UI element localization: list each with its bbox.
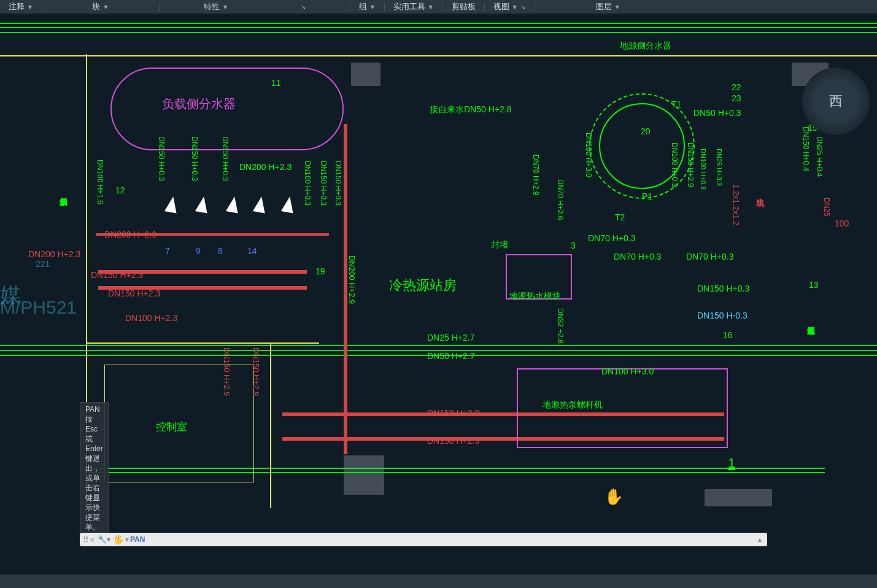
chevron-down-icon: ▼ bbox=[614, 4, 620, 10]
chevron-down-icon: ▼ bbox=[222, 4, 228, 10]
dialog-launcher-icon[interactable]: ↘ bbox=[301, 4, 306, 10]
hatch bbox=[705, 489, 772, 506]
ribbon-label: 实用工具 bbox=[393, 1, 425, 12]
cmdline-recent-icon[interactable]: ▴ bbox=[752, 535, 767, 544]
pipe-label: DN150 H+2.3 bbox=[91, 270, 143, 280]
tag: 19 bbox=[315, 266, 325, 276]
command-history: PAN 按 Esc 或 Enter 键退出，或单击右键显示快捷菜单。 bbox=[80, 402, 109, 533]
pipe-label: DN150 H+2.3 bbox=[108, 288, 160, 298]
pipe-label: DN150 H+2.9 bbox=[686, 142, 695, 187]
pipe-label: DN100 H+0.3 bbox=[700, 149, 707, 190]
pipe bbox=[0, 32, 877, 33]
command-line[interactable]: ⠿ × 🔧▾ 🖐 ▾ PAN ▴ bbox=[80, 533, 767, 546]
ribbon-panel-block[interactable]: 块 ▼ bbox=[42, 0, 159, 14]
label-t2: T2 bbox=[615, 212, 625, 222]
viewcube-face: 西 bbox=[829, 92, 843, 110]
hatch bbox=[344, 455, 384, 495]
faded-text: M/PH521 bbox=[0, 297, 77, 318]
ribbon-panel-layer[interactable]: 图层 ▼ bbox=[535, 0, 682, 14]
ribbon-panel-util[interactable]: 实用工具 ▼ bbox=[385, 0, 442, 14]
pipe-label: DN200 H+2.3 bbox=[239, 162, 292, 172]
chevron-down-icon: ▼ bbox=[369, 4, 376, 10]
tag: 221 bbox=[36, 259, 50, 269]
chevron-down-icon: ▼ bbox=[102, 4, 109, 10]
ribbon-panel-annotate[interactable]: 注释 ▼ bbox=[0, 0, 42, 14]
label-control-room: 控制室 bbox=[156, 420, 187, 434]
dialog-launcher-icon[interactable]: ↘ bbox=[520, 4, 525, 10]
ribbon-label: 注释 bbox=[9, 1, 25, 12]
cmdline-customize-icon[interactable]: 🔧▾ bbox=[97, 535, 110, 544]
ribbon-label: 组 bbox=[359, 1, 367, 12]
pipe-label: DN200 H+2.9 bbox=[104, 230, 156, 239]
dim: 100 bbox=[835, 219, 849, 228]
tag: 23 bbox=[732, 93, 741, 103]
chevron-down-icon: ▼ bbox=[428, 4, 434, 10]
pipe-label: DN32 +2.8 bbox=[556, 308, 565, 344]
tag: 20 bbox=[641, 126, 651, 136]
pipe-label: DN100 H+3.0 bbox=[584, 133, 593, 177]
cmdline-grip-icon[interactable]: ⠿ × bbox=[80, 535, 97, 544]
cmdline-hand-icon: 🖐 bbox=[110, 535, 125, 544]
ribbon-label: 特性 bbox=[204, 1, 220, 12]
label-load-distributor: 负载侧分水器 bbox=[162, 96, 236, 112]
tag: 7 bbox=[165, 246, 170, 256]
wall bbox=[0, 55, 877, 56]
flow-arrow-icon bbox=[253, 195, 268, 213]
pipe-label: DN70 H+2.9 bbox=[531, 155, 540, 195]
command-history-line: PAN bbox=[85, 404, 103, 414]
chevron-down-icon: ▼ bbox=[512, 4, 518, 10]
pipe-label: DN150 H+0.4 bbox=[802, 126, 810, 171]
flow-arrow-icon bbox=[195, 195, 210, 213]
pipe-label: DN150 H+0.3 bbox=[334, 161, 342, 206]
pipe-label: DN150 H+0.3 bbox=[190, 136, 199, 181]
pipe-label: DN25 H+0.4 bbox=[815, 136, 824, 177]
pipe-label: 接自来水DN50 H+2.8 bbox=[430, 104, 511, 115]
pan-cursor-icon: ✋ bbox=[604, 487, 624, 506]
tag: 11 bbox=[271, 78, 281, 88]
ribbon-panel-props[interactable]: 特性 ▼ ↘ bbox=[160, 0, 350, 14]
pipe-label: DN25 H+2.7 bbox=[427, 333, 474, 342]
pipe-label: DN150 H+2.9 bbox=[252, 347, 261, 396]
pipe-label: DN200 H+2.9 bbox=[347, 255, 357, 304]
pipe bbox=[0, 27, 877, 28]
pipe-label: DN150 H-0.3 bbox=[697, 311, 748, 320]
ribbon-panel-clipboard[interactable]: 剪贴板 bbox=[443, 0, 484, 14]
label-t1: T1 bbox=[671, 99, 681, 109]
pipe-label: DN100 H+3.0 bbox=[601, 366, 654, 376]
pipe-label: DN150 H+2.9 bbox=[222, 347, 231, 396]
chevron-down-icon: ▼ bbox=[27, 4, 33, 10]
tag: 8 bbox=[218, 246, 223, 256]
command-history-line: 按 Esc 或 Enter 键退出，或单击右键显示快捷菜单。 bbox=[85, 414, 103, 532]
pipe-label: DN100 H+1.6 bbox=[96, 160, 104, 204]
pipe-label: DN200 H+2.3 bbox=[28, 249, 80, 259]
pipe bbox=[0, 345, 877, 346]
ribbon-panel-view[interactable]: 视图 ▼ ↘ bbox=[485, 0, 534, 14]
flow-arrow-icon bbox=[281, 195, 296, 213]
pipe-label: DN70 H+2.6 bbox=[556, 179, 565, 220]
ribbon-label: 图层 bbox=[596, 1, 612, 12]
label-seal: 封堵 bbox=[491, 239, 508, 250]
ribbon-label: 块 bbox=[92, 1, 100, 12]
tag: 14 bbox=[247, 246, 257, 256]
tag: 13 bbox=[809, 280, 819, 290]
flow-arrow-icon bbox=[164, 195, 179, 213]
pipe-label: DN100 H+2.3 bbox=[125, 313, 177, 323]
pipe-label: DN50 H+0.3 bbox=[693, 108, 741, 118]
tag: 9 bbox=[196, 246, 201, 256]
pipe-label: DN70 H+0.3 bbox=[686, 252, 733, 261]
hatch bbox=[351, 63, 381, 86]
status-bar[interactable] bbox=[0, 574, 877, 588]
pipe-label: DN70 H+0.3 bbox=[614, 252, 661, 261]
label-p1: P1 bbox=[642, 191, 652, 201]
cmdline-active-command: PAN bbox=[129, 535, 145, 544]
ribbon-panel-group[interactable]: 组 ▼ bbox=[350, 0, 384, 14]
dim-jishuikeng: 1.2x1.2x1.2 bbox=[732, 184, 741, 225]
pipe-label: DN25 bbox=[822, 198, 831, 217]
pipe-label: DN150 H+0.3 bbox=[697, 284, 749, 293]
drawing-canvas[interactable]: 西 负载侧分水器 地源侧分水器 控制室 冷热源站房 地源热水模块 封堵 地源热泵… bbox=[0, 14, 877, 546]
pipe-label: DN150 H+0.3 bbox=[221, 136, 230, 181]
tag: 16 bbox=[723, 330, 733, 340]
label-source-distributor: 地源侧分水器 bbox=[620, 41, 671, 52]
label-room-title: 冷热源站房 bbox=[389, 276, 457, 295]
viewcube[interactable]: 西 bbox=[802, 68, 870, 135]
